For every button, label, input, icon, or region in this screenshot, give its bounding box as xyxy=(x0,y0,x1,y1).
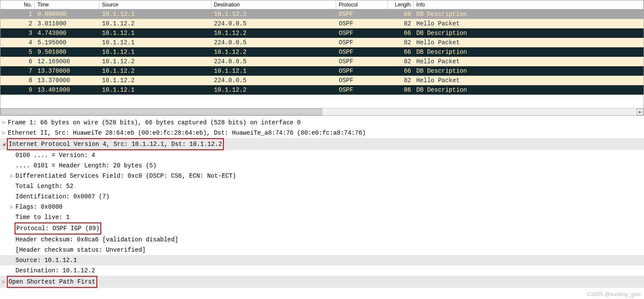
cell-dst: 224.0.0.5 xyxy=(211,77,336,84)
detail-ipv4[interactable]: ◢ Internet Protocol Version 4, Src: 10.1… xyxy=(0,138,644,150)
cell-time: 3.011000 xyxy=(35,20,99,27)
cell-no: 6 xyxy=(0,58,35,65)
detail-ipv4-flags[interactable]: ▷ Flags: 0x0000 xyxy=(0,202,644,212)
cell-len: 82 xyxy=(388,20,414,27)
cell-proto: OSPF xyxy=(336,20,388,27)
detail-ethernet[interactable]: ▷ Ethernet II, Src: HuaweiTe 28:64:eb (0… xyxy=(0,128,644,138)
col-header-proto[interactable]: Protocol xyxy=(336,0,388,9)
cell-time: 13.370000 xyxy=(35,68,99,74)
packet-list[interactable]: No. Time Source Destination Protocol Len… xyxy=(0,0,644,108)
cell-time: 13.401000 xyxy=(35,86,99,93)
scroll-thumb[interactable] xyxy=(0,108,322,115)
detail-text: Differentiated Services Field: 0xc0 (DSC… xyxy=(15,171,236,181)
detail-text: Flags: 0x0000 xyxy=(15,202,62,212)
detail-text: Header checksum: 0x8ca6 [validation disa… xyxy=(15,234,178,245)
col-header-info[interactable]: Info xyxy=(414,0,644,9)
detail-ipv4-totlen[interactable]: Total Length: 52 xyxy=(0,181,644,191)
cell-time: 9.501000 xyxy=(35,49,99,55)
col-header-src[interactable]: Source xyxy=(99,0,211,9)
cell-src: 10.1.12.1 xyxy=(99,39,211,46)
cell-info: Hello Packet xyxy=(414,39,644,46)
expand-icon[interactable]: ▷ xyxy=(0,128,8,138)
expand-icon[interactable]: ▷ xyxy=(0,117,8,128)
detail-text: Destination: 10.1.12.2 xyxy=(15,265,95,276)
detail-text: Frame 1: 66 bytes on wire (528 bits), 66… xyxy=(8,117,301,128)
packet-row[interactable]: 612.16900010.1.12.2224.0.0.5OSPF82Hello … xyxy=(0,57,644,66)
col-header-dst[interactable]: Destination xyxy=(211,0,336,9)
cell-info: DB Description xyxy=(414,68,644,74)
detail-ipv4-proto[interactable]: Protocol: OSPF IGP (89) xyxy=(0,222,644,234)
cell-no: 2 xyxy=(0,20,35,27)
packet-row[interactable]: 23.01100010.1.12.2224.0.0.5OSPF82Hello P… xyxy=(0,19,644,28)
cell-src: 10.1.12.1 xyxy=(99,49,211,55)
detail-ipv4-version[interactable]: 0100 .... = Version: 4 xyxy=(0,150,644,160)
scroll-right-icon[interactable]: ▶ xyxy=(637,108,644,115)
detail-text: Internet Protocol Version 4, Src: 10.1.1… xyxy=(9,141,222,148)
cell-info: DB Description xyxy=(414,30,644,37)
packet-row[interactable]: 59.50100010.1.12.110.1.12.2OSPF66DB Desc… xyxy=(0,47,644,57)
detail-text: Ethernet II, Src: HuaweiTe 28:64:eb (00:… xyxy=(8,128,366,138)
detail-frame[interactable]: ▷ Frame 1: 66 bytes on wire (528 bits), … xyxy=(0,117,644,128)
packet-row[interactable]: 913.40100010.1.12.110.1.12.2OSPF86DB Des… xyxy=(0,85,644,95)
detail-text: Identification: 0x0007 (7) xyxy=(15,191,109,202)
cell-src: 10.1.12.2 xyxy=(99,77,211,84)
detail-text: Open Shortest Path First xyxy=(9,278,96,285)
col-header-no[interactable]: No. xyxy=(0,0,35,9)
cell-no: 9 xyxy=(0,86,35,93)
cell-dst: 224.0.0.5 xyxy=(211,39,336,46)
cell-dst: 224.0.0.5 xyxy=(211,58,336,65)
cell-len: 86 xyxy=(388,86,414,93)
packet-row[interactable]: 34.74300010.1.12.110.1.12.2OSPF66DB Desc… xyxy=(0,28,644,38)
detail-ipv4-cksum[interactable]: Header checksum: 0x8ca6 [validation disa… xyxy=(0,234,644,245)
packet-row[interactable]: 813.37000010.1.12.2224.0.0.5OSPF82Hello … xyxy=(0,76,644,85)
detail-ospf[interactable]: ▷ Open Shortest Path First xyxy=(0,276,644,288)
cell-proto: OSPF xyxy=(336,77,388,84)
cell-src: 10.1.12.1 xyxy=(99,30,211,37)
cell-src: 10.1.12.2 xyxy=(99,58,211,65)
cell-len: 66 xyxy=(388,68,414,74)
cell-time: 4.743000 xyxy=(35,30,99,37)
col-header-time[interactable]: Time xyxy=(35,0,99,9)
cell-len: 66 xyxy=(388,11,414,18)
cell-no: 1 xyxy=(0,11,35,18)
cell-no: 8 xyxy=(0,77,35,84)
watermark-text: CSDN @sunboy_guo xyxy=(587,291,641,291)
cell-dst: 224.0.0.5 xyxy=(211,20,336,27)
packet-row[interactable]: 713.37000010.1.12.210.1.12.1OSPF66DB Des… xyxy=(0,66,644,76)
detail-ipv4-dscp[interactable]: ▷ Differentiated Services Field: 0xc0 (D… xyxy=(0,171,644,181)
cell-dst: 10.1.12.2 xyxy=(211,30,336,37)
cell-dst: 10.1.12.2 xyxy=(211,11,336,18)
detail-ipv4-dst[interactable]: Destination: 10.1.12.2 xyxy=(0,265,644,276)
cell-proto: OSPF xyxy=(336,68,388,74)
detail-text: .... 0101 = Header Length: 20 bytes (5) xyxy=(15,160,157,171)
cell-proto: OSPF xyxy=(336,49,388,55)
cell-proto: OSPF xyxy=(336,58,388,65)
detail-text: 0100 .... = Version: 4 xyxy=(15,150,95,160)
col-header-len[interactable]: Length xyxy=(388,0,414,9)
expand-icon[interactable]: ▷ xyxy=(8,171,15,181)
cell-proto: OSPF xyxy=(336,11,388,18)
packet-list-body: 10.00000010.1.12.110.1.12.2OSPF66DB Desc… xyxy=(0,9,644,95)
detail-ipv4-ttl[interactable]: Time to live: 1 xyxy=(0,212,644,222)
expand-icon[interactable]: ▷ xyxy=(8,202,15,212)
detail-ipv4-cksum-status[interactable]: [Header checksum status: Unverified] xyxy=(0,245,644,255)
cell-proto: OSPF xyxy=(336,86,388,93)
detail-ipv4-ident[interactable]: Identification: 0x0007 (7) xyxy=(0,191,644,202)
packet-row[interactable]: 10.00000010.1.12.110.1.12.2OSPF66DB Desc… xyxy=(0,9,644,19)
packet-list-header: No. Time Source Destination Protocol Len… xyxy=(0,0,644,9)
cell-time: 12.169000 xyxy=(35,58,99,65)
cell-proto: OSPF xyxy=(336,39,388,46)
cell-info: DB Description xyxy=(414,49,644,55)
detail-ipv4-src[interactable]: Source: 10.1.12.1 xyxy=(0,255,644,265)
detail-ipv4-hdrlen[interactable]: .... 0101 = Header Length: 20 bytes (5) xyxy=(0,160,644,171)
packet-list-h-scroll[interactable]: ◀ ▶ xyxy=(0,108,644,115)
detail-text: Time to live: 1 xyxy=(15,212,70,222)
detail-text: Total Length: 52 xyxy=(15,181,73,191)
cell-dst: 10.1.12.2 xyxy=(211,86,336,93)
highlight-ipv4-proto: Protocol: OSPF IGP (89) xyxy=(15,222,101,234)
packet-row[interactable]: 45.19500010.1.12.1224.0.0.5OSPF82Hello P… xyxy=(0,38,644,47)
cell-src: 10.1.12.2 xyxy=(99,68,211,74)
cell-info: Hello Packet xyxy=(414,58,644,65)
highlight-ospf: Open Shortest Path First xyxy=(7,276,97,288)
cell-no: 3 xyxy=(0,30,35,37)
